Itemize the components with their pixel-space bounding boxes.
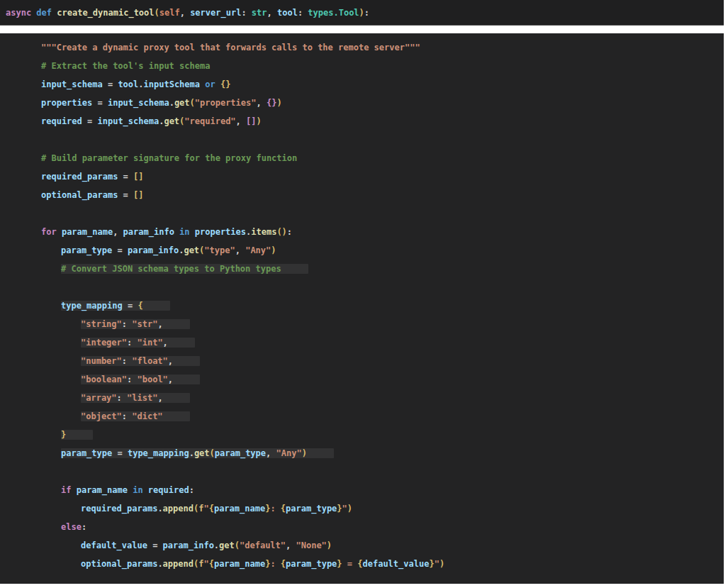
code-line: required = input_schema.get("required", … — [0, 112, 724, 131]
code-line — [0, 131, 724, 149]
code-line: if param_name in required: — [0, 481, 724, 499]
code-line: "object": "dict" — [0, 407, 724, 426]
code-line — [0, 462, 724, 481]
code-editor-frame: async def create_dynamic_tool(self, serv… — [0, 0, 728, 588]
code-line: properties = input_schema.get("propertie… — [0, 94, 724, 112]
function-signature-bar[interactable]: async def create_dynamic_tool(self, serv… — [0, 0, 724, 26]
code-line: # Extract the tool's input schema — [0, 57, 724, 75]
code-line: param_type = type_mapping.get(param_type… — [0, 444, 724, 462]
code-line: required_params.append(f"{param_name}: {… — [0, 499, 724, 518]
code-line — [0, 278, 724, 296]
code-line: for param_name, param_info in properties… — [0, 223, 724, 241]
code-line: async def create_dynamic_tool(self, serv… — [6, 0, 369, 26]
code-line: "array": "list", — [0, 389, 724, 407]
code-line: # Build parameter signature for the prox… — [0, 149, 724, 167]
code-line: "string": "str", — [0, 315, 724, 333]
code-line: optional_params = [] — [0, 186, 724, 204]
code-line: } — [0, 426, 724, 444]
code-line: # Convert JSON schema types to Python ty… — [0, 260, 724, 278]
code-line: "integer": "int", — [0, 333, 724, 352]
code-line: "number": "float", — [0, 352, 724, 370]
code-line: default_value = param_info.get("default"… — [0, 536, 724, 555]
code-line: "boolean": "bool", — [0, 370, 724, 389]
code-line: required_params = [] — [0, 167, 724, 186]
code-editor-body[interactable]: """Create a dynamic proxy tool that forw… — [0, 33, 724, 584]
code-line: type_mapping = { — [0, 296, 724, 315]
code-line: input_schema = tool.inputSchema or {} — [0, 75, 724, 94]
code-line: param_type = param_info.get("type", "Any… — [0, 241, 724, 260]
code-line: """Create a dynamic proxy tool that forw… — [0, 38, 724, 57]
code-line — [0, 204, 724, 223]
code-line: else: — [0, 518, 724, 536]
code-line: optional_params.append(f"{param_name}: {… — [0, 555, 724, 573]
